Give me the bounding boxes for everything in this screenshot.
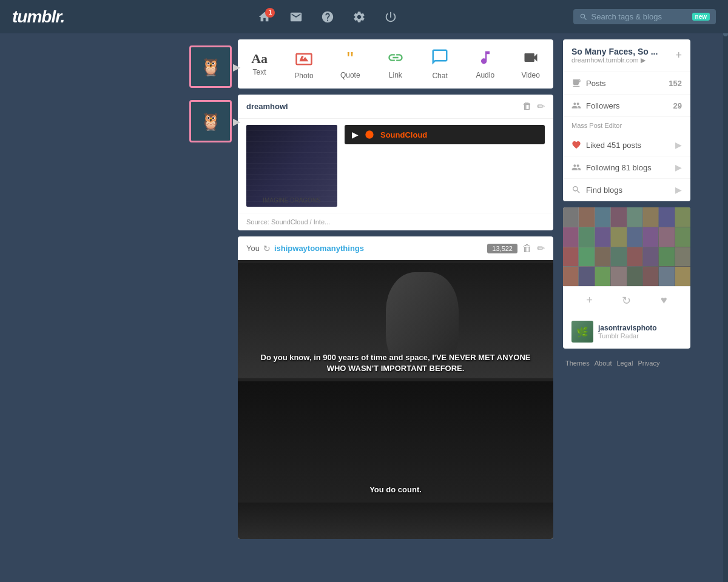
messages-button[interactable]: [282, 7, 310, 27]
soundcloud-section: ▶ SoundCloud: [345, 125, 545, 149]
link-post-button[interactable]: Link: [380, 47, 411, 82]
reblog-count-badge: 13,522: [487, 244, 517, 253]
header-nav: 1: [83, 7, 573, 27]
radar-actions: + ↻ ♥: [563, 286, 690, 315]
avatar-primary[interactable]: 🦉: [189, 45, 232, 88]
liked-arrow-icon: ▶: [675, 140, 682, 150]
reblog-actions: 13,522 🗑 ✏: [487, 242, 545, 254]
radar-cell: [659, 247, 674, 267]
header: tumblr. 1: [0, 0, 728, 33]
soundcloud-label: SoundCloud: [380, 130, 427, 139]
quote-post-button[interactable]: " Quote: [333, 47, 368, 82]
post-author-1: dreamhowl: [246, 102, 288, 111]
notification-badge: 1: [265, 8, 275, 18]
settings-button[interactable]: [345, 7, 373, 27]
radar-like-button[interactable]: ♥: [656, 292, 672, 310]
delete-post-button-1[interactable]: 🗑: [522, 101, 532, 112]
home-button[interactable]: 1: [251, 7, 278, 27]
radar-cell: [579, 247, 594, 267]
edit-post-button-2[interactable]: ✏: [537, 242, 545, 254]
audio-post-button[interactable]: Audio: [468, 47, 502, 82]
radar-user-row[interactable]: 🌿 jasontravisphoto Tumblr Radar: [563, 315, 690, 349]
gif-subtitle-2: You do count.: [238, 484, 553, 495]
liked-posts-row[interactable]: Liked 451 posts ▶: [563, 134, 690, 156]
radar-cell: [659, 267, 674, 286]
about-link[interactable]: About: [595, 360, 612, 367]
video-label: Video: [521, 71, 539, 79]
following-label: Following 81 blogs: [586, 163, 652, 172]
left-sidebar: 🦉 ▶ 🦉 ▶: [135, 39, 238, 545]
quote-icon: ": [347, 49, 354, 69]
blog-url[interactable]: dreamhowl.tumblr.com ▶: [571, 56, 658, 64]
radar-cell: [627, 207, 642, 227]
chat-label: Chat: [432, 72, 447, 80]
followers-count: 29: [673, 101, 682, 110]
avatar-image-2: 🦉: [191, 102, 230, 141]
radar-image-grid: [563, 207, 690, 286]
blog-header: So Many Faces, So ... dreamhowl.tumblr.c…: [563, 39, 690, 72]
gif-subtitle-1: Do you know, in 900 years of time and sp…: [238, 352, 553, 374]
radar-cell: [675, 227, 690, 247]
radar-cell: [675, 207, 690, 227]
radar-cell: [579, 267, 594, 286]
radar-cell: [611, 247, 626, 267]
photo-post-button[interactable]: Photo: [287, 46, 320, 82]
feed: Aa Text Photo " Quote: [238, 39, 553, 545]
privacy-link[interactable]: Privacy: [638, 360, 659, 367]
radar-cell: [675, 267, 690, 286]
delete-post-button-2[interactable]: 🗑: [522, 243, 532, 254]
radar-reblog-button[interactable]: ↻: [617, 292, 636, 310]
gif-container-1: Do you know, in 900 years of time and sp…: [238, 260, 553, 381]
radar-cell: [563, 247, 578, 267]
find-blogs-row[interactable]: Find blogs ▶: [563, 179, 690, 201]
reblog-source-link[interactable]: ishipwaytoomanythings: [274, 244, 364, 253]
help-button[interactable]: [314, 7, 342, 27]
followers-stat-row[interactable]: Followers 29: [563, 95, 690, 117]
mass-post-editor-link[interactable]: Mass Post Editor: [563, 117, 690, 134]
photo-label: Photo: [294, 72, 313, 80]
radar-cell: [627, 247, 642, 267]
power-button[interactable]: [377, 7, 405, 27]
gif-container-2: You do count.: [238, 381, 553, 503]
main-container: 🦉 ▶ 🦉 ▶ Aa Text: [0, 0, 728, 545]
text-post-button[interactable]: Aa Text: [244, 50, 275, 79]
legal-link[interactable]: Legal: [617, 360, 633, 367]
gif-frame-1: Do you know, in 900 years of time and sp…: [238, 260, 553, 381]
radar-cell: [595, 247, 610, 267]
link-label: Link: [389, 71, 402, 79]
post-soundcloud: dreamhowl 🗑 ✏ IMAGINE DRAGONS ▶ Sound: [238, 95, 553, 230]
post-reblog: You ↻ ishipwaytoomanythings 13,522 🗑 ✏ D…: [238, 236, 553, 539]
find-blogs-icon: [571, 185, 581, 195]
posts-stat-row[interactable]: Posts 152: [563, 72, 690, 95]
chat-post-button[interactable]: Chat: [423, 45, 456, 82]
gif-container-3: [238, 503, 553, 539]
reblog-arrow-icon: ↻: [263, 244, 271, 253]
blog-name-section: So Many Faces, So ... dreamhowl.tumblr.c…: [571, 47, 658, 64]
text-icon: Aa: [251, 52, 268, 65]
themes-link[interactable]: Themes: [565, 360, 590, 367]
radar-cell: [611, 227, 626, 247]
edit-post-button-1[interactable]: ✏: [537, 101, 545, 112]
search-input[interactable]: [592, 12, 689, 21]
blog-expand-button[interactable]: +: [675, 49, 682, 62]
svg-point-0: [302, 55, 304, 58]
soundcloud-icon: [365, 130, 374, 139]
gif-frame-2: You do count.: [238, 381, 553, 503]
audio-icon: [477, 49, 494, 69]
post-content-row: IMAGINE DRAGONS ▶ SoundCloud: [246, 125, 545, 207]
soundcloud-player: ▶ SoundCloud: [345, 125, 545, 144]
avatar-arrow-2: ▶: [233, 116, 240, 127]
play-button[interactable]: ▶: [352, 130, 359, 139]
liked-link-left: Liked 451 posts: [571, 140, 641, 150]
radar-cell: [563, 267, 578, 286]
post-source-1: Source: SoundCloud / Inte...: [238, 213, 553, 230]
text-label: Text: [253, 68, 266, 76]
search-bar: new: [573, 9, 716, 24]
scrollbar[interactable]: [723, 0, 728, 582]
video-post-button[interactable]: Video: [514, 47, 547, 82]
following-row[interactable]: Following 81 blogs ▶: [563, 156, 690, 179]
reblog-info: You ↻ ishipwaytoomanythings: [246, 244, 364, 253]
following-arrow-icon: ▶: [675, 162, 682, 172]
avatar-secondary[interactable]: 🦉: [189, 100, 232, 142]
radar-add-button[interactable]: +: [581, 292, 598, 310]
